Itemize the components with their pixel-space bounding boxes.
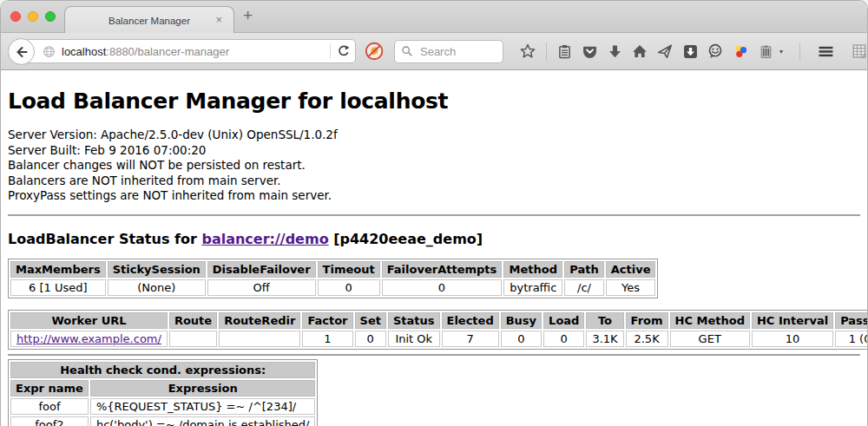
table-header-row: Expr name Expression	[10, 380, 315, 397]
path-value: /c/	[564, 279, 603, 296]
url-bar[interactable]: localhost:8880/balancer-manager	[23, 39, 356, 63]
page-grid-icon	[852, 43, 867, 59]
col-active: Active	[606, 261, 656, 278]
search-input[interactable]	[418, 44, 496, 59]
col-expression: Expression	[90, 380, 316, 397]
col-from: From	[626, 312, 668, 329]
expression-value: %{REQUEST_STATUS} =~ /^[234]/	[90, 398, 316, 415]
table-row: foof2 hc('body') =~ /domain is establish…	[10, 416, 315, 426]
col-worker-url: Worker URL	[10, 312, 168, 329]
back-arrow-icon	[14, 44, 30, 60]
server-info: Server Version: Apache/2.5.0-dev (Unix) …	[8, 128, 860, 204]
method-value: bytraffic	[503, 279, 562, 296]
col-load: Load	[543, 312, 584, 329]
expr-name-value: foof	[10, 398, 89, 415]
server-built-line: Server Built: Feb 9 2016 07:00:20	[8, 143, 860, 159]
factor-value: 1	[302, 331, 352, 347]
worker-status-table: Worker URL Route RouteRedir Factor Set S…	[8, 310, 868, 350]
col-routeredir: RouteRedir	[219, 312, 300, 329]
col-passes: Passes	[835, 312, 868, 329]
container-icon	[759, 44, 773, 59]
to-value: 3.1K	[586, 331, 623, 347]
menu-button[interactable]	[818, 43, 834, 60]
tab-title: Balancer Manager	[108, 16, 190, 26]
col-set: Set	[355, 312, 386, 329]
maxmembers-value: 6 [1 Used]	[10, 279, 106, 296]
home-icon	[632, 43, 648, 59]
expr-name-value: foof2	[10, 416, 89, 426]
bookmark-star-button[interactable]	[520, 43, 536, 60]
container-button[interactable]	[758, 43, 774, 60]
section-divider	[8, 214, 860, 216]
tab-strip: Balancer Manager × +	[1, 1, 867, 33]
navigation-toolbar: localhost:8880/balancer-manager	[1, 33, 867, 70]
url-host: localhost	[62, 45, 106, 58]
chevron-down-icon[interactable]: ▾	[779, 48, 783, 56]
tab-close-icon[interactable]: ×	[215, 13, 222, 26]
search-icon	[401, 45, 413, 57]
download-arrow-icon	[608, 44, 622, 59]
col-expr-name: Expr name	[10, 380, 89, 397]
pocket-button[interactable]	[582, 43, 598, 60]
smiley-bubble-icon	[707, 43, 723, 59]
paper-plane-icon	[657, 43, 673, 59]
tab-balancer-manager[interactable]: Balancer Manager ×	[64, 6, 234, 34]
downloads-button[interactable]	[607, 43, 623, 60]
new-tab-button[interactable]: +	[243, 6, 253, 25]
health-table-title: Health check cond. expressions:	[10, 362, 315, 378]
toolbar-divider	[546, 43, 547, 61]
stickysession-value: (None)	[108, 279, 206, 296]
reload-icon[interactable]	[337, 44, 351, 58]
status-value: Init Ok	[388, 331, 440, 347]
minimize-window-button[interactable]	[28, 11, 38, 22]
load-value: 0	[543, 331, 584, 347]
download-panel-button[interactable]	[682, 43, 699, 60]
browser-window: Balancer Manager × + localhost:8880/bala…	[0, 0, 868, 426]
route-value	[169, 331, 217, 347]
hc-interval-value: 10	[752, 331, 833, 347]
worker-url-link[interactable]: http://www.example.com/	[16, 332, 161, 345]
flash-block-icon[interactable]	[365, 41, 384, 62]
col-route: Route	[169, 312, 217, 329]
failoverattempts-value: 0	[382, 279, 503, 296]
inherit-notice-line: Balancers are NOT inherited from main se…	[8, 174, 860, 189]
table-row: foof %{REQUEST_STATUS} =~ /^[234]/	[10, 398, 315, 415]
zoom-window-button[interactable]	[45, 11, 56, 22]
toolbar-buttons: ▾	[520, 43, 867, 61]
disablefailover-value: Off	[207, 279, 316, 296]
close-window-button[interactable]	[10, 11, 21, 22]
persist-notice-line: Balancer changes will NOT be persisted o…	[8, 158, 860, 174]
proxypass-notice-line: ProxyPass settings are NOT inherited fro…	[8, 188, 860, 204]
send-tab-button[interactable]	[657, 43, 674, 60]
balancer-link[interactable]: balancer://demo	[201, 231, 328, 247]
url-text: localhost:8880/balancer-manager	[62, 45, 229, 58]
set-value: 0	[355, 331, 386, 347]
back-button[interactable]	[8, 38, 35, 65]
status-suffix: [p4420eeae_demo]	[329, 231, 483, 247]
page-content: Load Balancer Manager for localhost Serv…	[1, 70, 867, 426]
col-busy: Busy	[501, 312, 542, 329]
col-factor: Factor	[302, 312, 352, 329]
hamburger-icon	[818, 44, 834, 59]
search-box[interactable]	[394, 40, 503, 63]
col-maxmembers: MaxMembers	[10, 261, 106, 278]
busy-value: 0	[501, 331, 542, 347]
hc-method-value: GET	[670, 331, 750, 347]
page-tools-button[interactable]	[851, 43, 867, 60]
col-elected: Elected	[442, 312, 499, 329]
status-prefix: LoadBalancer Status for	[8, 231, 201, 247]
server-version-line: Server Version: Apache/2.5.0-dev (Unix) …	[8, 128, 860, 143]
colors-button[interactable]	[733, 43, 749, 60]
window-controls	[10, 11, 56, 22]
table-row: http://www.example.com/ 1 0 Init Ok 7 0 …	[10, 331, 868, 347]
urlbar-divider	[330, 43, 331, 59]
colored-dots-icon	[733, 44, 748, 59]
feedback-button[interactable]	[707, 43, 724, 60]
home-button[interactable]	[632, 43, 648, 60]
from-value: 2.5K	[626, 331, 668, 347]
col-timeout: Timeout	[318, 261, 380, 278]
col-method: Method	[503, 261, 562, 278]
balancer-settings-table: MaxMembers StickySession DisableFailover…	[8, 259, 658, 298]
square-download-icon	[683, 44, 698, 59]
reading-list-button[interactable]	[556, 43, 573, 60]
